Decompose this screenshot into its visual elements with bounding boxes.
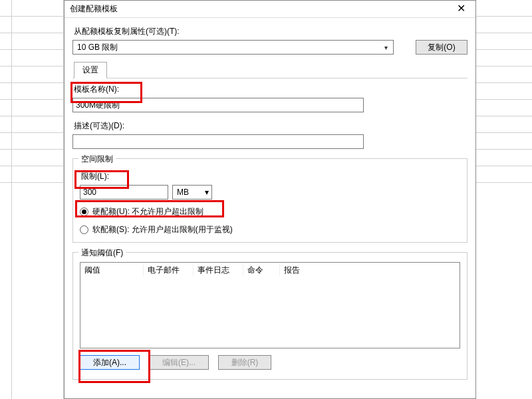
close-icon[interactable]: ✕: [450, 3, 471, 16]
threshold-group: 通知阈值(F) 阈值 电子邮件 事件日志 命令 报告 添加(A)... 编辑(E…: [72, 252, 467, 380]
quota-template-dialog: 创建配额模板 ✕ 从配额模板复制属性(可选)(T): 10 GB 限制 ▾ 复制…: [64, 0, 476, 399]
template-name-input[interactable]: [72, 98, 364, 112]
limit-label: 限制(L):: [81, 171, 460, 182]
col-report: 报告: [280, 265, 327, 276]
space-limit-group: 空间限制 限制(L): MB ▾ 硬配额(U): 不允许用户超出限制 软配额(S…: [72, 158, 467, 243]
titlebar: 创建配额模板 ✕: [65, 1, 475, 18]
space-limit-legend: 空间限制: [78, 154, 116, 165]
limit-input[interactable]: [80, 185, 168, 200]
radio-hard-label: 硬配额(U): 不允许用户超出限制: [92, 206, 203, 217]
delete-button[interactable]: 删除(R): [218, 355, 271, 370]
radio-icon: [80, 207, 88, 216]
dialog-content: 从配额模板复制属性(可选)(T): 10 GB 限制 ▾ 复制(O) 设置 模板…: [65, 18, 475, 382]
col-threshold: 阈值: [80, 265, 144, 276]
template-name-label: 模板名称(N):: [74, 84, 467, 95]
copy-from-label: 从配额模板复制属性(可选)(T):: [74, 26, 467, 37]
radio-icon: [80, 225, 88, 234]
edit-button[interactable]: 编辑(E)...: [149, 355, 209, 370]
template-select-value: 10 GB 限制: [77, 42, 118, 53]
unit-value: MB: [177, 188, 189, 197]
description-input[interactable]: [72, 134, 364, 149]
radio-soft-quota[interactable]: 软配额(S): 允许用户超出限制(用于监视): [80, 224, 460, 235]
description-label: 描述(可选)(D):: [74, 120, 467, 132]
threshold-legend: 通知阈值(F): [78, 247, 126, 259]
radio-hard-quota[interactable]: 硬配额(U): 不允许用户超出限制: [80, 206, 460, 217]
add-button[interactable]: 添加(A)...: [80, 355, 140, 370]
col-eventlog: 事件日志: [194, 265, 243, 276]
tab-settings[interactable]: 设置: [74, 62, 107, 78]
radio-soft-label: 软配额(S): 允许用户超出限制(用于监视): [92, 224, 233, 235]
table-header: 阈值 电子邮件 事件日志 命令 报告: [80, 263, 460, 277]
col-command: 命令: [243, 265, 280, 276]
col-email: 电子邮件: [144, 265, 194, 276]
template-select[interactable]: 10 GB 限制 ▾: [72, 40, 394, 55]
copy-button[interactable]: 复制(O): [416, 40, 467, 55]
dialog-title: 创建配额模板: [70, 3, 118, 15]
threshold-table[interactable]: 阈值 电子邮件 事件日志 命令 报告: [80, 262, 460, 348]
chevron-down-icon: ▾: [381, 44, 390, 51]
unit-select[interactable]: MB ▾: [172, 185, 212, 200]
chevron-down-icon: ▾: [205, 188, 209, 197]
